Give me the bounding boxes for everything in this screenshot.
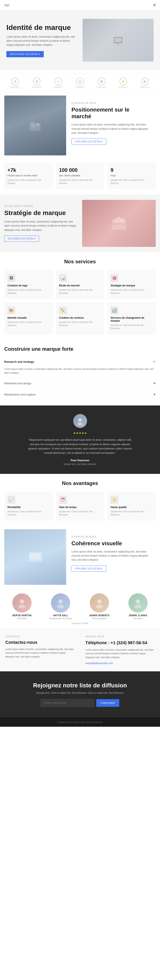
advantage-icon-2: ⏰: [59, 496, 67, 504]
testimonial-stars: ★★★★★: [6, 431, 154, 435]
team-name-1: BERTIE NORTON: [4, 614, 40, 617]
accordion-plus-icon-2: +: [153, 381, 156, 386]
accordion-label-1: Research and strategy: [4, 360, 34, 363]
icon-item-1[interactable]: ⊙ CONTACT: [10, 78, 20, 88]
advantage-card-3: ⭐ Haute qualité Sample text. Click to se…: [107, 492, 156, 521]
team-avatar-2: [51, 593, 70, 612]
testimonial-name: Paul Swanson: [6, 459, 154, 462]
image-credit: Image de Freepik: [4, 622, 156, 625]
laptop-image-icon: [27, 550, 44, 563]
stat-card-3: 9 Pays Sample text. Click to select the …: [107, 163, 156, 189]
about-cta-button[interactable]: EXPLOREZ LES DÉTAILS: [71, 138, 106, 145]
team-avatar-1: [13, 593, 32, 612]
services-title: Nos services: [4, 259, 156, 265]
team-role-1: Secrétaire: [4, 617, 40, 620]
stat-label-1: Projets dans le monde entier: [8, 174, 49, 177]
icon-item-6[interactable]: ⚡ CONTACT: [119, 78, 128, 88]
stat-label-2: Des clients satisfaits: [59, 174, 101, 177]
icon-item-5[interactable]: ⊞ CONTACT: [97, 78, 106, 88]
icon-label-7: CONTACT: [140, 86, 150, 88]
accordion-plus-icon-3: +: [153, 392, 156, 397]
contact-section: CONTACTEZ Contactez-nous Lorem ipsum dol…: [0, 629, 160, 671]
testimonial-text: "Neque porro quisquam est, qui dolore ip…: [27, 438, 133, 455]
contact-icon-5: ⊞: [98, 78, 105, 85]
visual-section: À PROPOS DE NOUS Cohérence visuelle Lore…: [4, 529, 156, 585]
stat-label-3: Pays: [111, 174, 152, 177]
advantages-section: Nos avantages 📈 Rentabilité Sample text.…: [0, 474, 160, 527]
svg-point-20: [97, 599, 101, 604]
service-card-6: 🔄 Services de changement de marque Sampl…: [107, 302, 156, 334]
advantage-desc-3: Sample text. Click to select the Text El…: [111, 510, 152, 516]
service-icon-1: 🖼: [8, 274, 15, 282]
newsletter-title: Rejoignez notre liste de diffusion: [6, 682, 154, 689]
strategy-content: CE QUE NOUS FAISONS Stratégie de marque …: [4, 205, 78, 242]
contact-title-1: Contactez-nous: [5, 640, 74, 645]
accordion-item-3[interactable]: Maintenance and support +: [4, 389, 156, 400]
person-icon-3: [94, 598, 105, 608]
advantage-card-1: 📈 Rentabilité Sample text. Click to sele…: [4, 492, 53, 521]
newsletter-subscribe-button[interactable]: S'ABONNER: [96, 699, 119, 707]
icon-item-3[interactable]: ✓ CONTACT: [54, 78, 63, 88]
hero-description: Lorem ipsum dolor sit amet, consectetur …: [6, 35, 78, 47]
strategy-description: Lorem ipsum dolor sit amet, consectetur …: [4, 220, 78, 232]
icon-item-2[interactable]: ⊡ CONTACT: [32, 78, 41, 88]
icons-row: ⊙ CONTACT ⊡ CONTACT ✓ CONTACT ◎ CONTACT …: [0, 73, 160, 92]
stat-desc-2: Sample text. Click to select the Text El…: [59, 178, 101, 185]
build-section: Construire une marque forte Research and…: [0, 341, 160, 406]
hero-cta-button[interactable]: DÉCOUVREZ LES DÉTAILS: [6, 51, 44, 57]
service-icon-4: 🎨: [8, 307, 15, 314]
advantage-title-2: Gain de temps: [59, 506, 101, 509]
avatar-person-icon: [76, 417, 84, 425]
person-icon-1: [17, 598, 27, 608]
contact-icon-6: ⚡: [119, 78, 127, 85]
svg-point-16: [20, 599, 24, 604]
hero-title: Identité de marque: [6, 23, 78, 32]
stat-card-2: 100 000 Des clients satisfaits Sample te…: [56, 163, 104, 189]
visual-image: [4, 529, 66, 585]
contact-icon-3: ✓: [55, 78, 62, 85]
contact-desc-1: Lorem ipsum dolor sit amet, consectetur …: [5, 648, 74, 659]
svg-point-11: [78, 418, 82, 422]
svg-rect-15: [28, 560, 43, 562]
service-desc-6: Sample text. Click to select the Text El…: [111, 324, 152, 330]
about-label: À PROPOS DE NOUS: [71, 102, 150, 104]
contact-col-2: APPELEZ NOUS Téléphone : +1 (324) 987-56…: [80, 629, 160, 671]
service-icon-3: 🎯: [111, 274, 118, 282]
svg-point-17: [19, 605, 25, 608]
service-desc-4: Sample text. Click to select the Text El…: [8, 321, 49, 327]
strategy-cta-button[interactable]: EXPLOREZ LES DÉTAILS: [4, 235, 39, 242]
service-desc-3: Sample text. Click to select the Text El…: [111, 288, 152, 295]
visual-content: À PROPOS DE NOUS Cohérence visuelle Lore…: [66, 529, 156, 585]
visual-description: Lorem ipsum dolor sit amet, consectetur …: [71, 550, 150, 562]
service-icon-2: 📊: [59, 274, 67, 282]
hero-content: Identité de marque Lorem ipsum dolor sit…: [6, 23, 78, 57]
testimonial-section: ★★★★★ "Neque porro quisquam est, qui dol…: [0, 406, 160, 474]
stats-section: +7k Projets dans le monde entier Sample …: [0, 158, 160, 194]
hero-section: Identité de marque Lorem ipsum dolor sit…: [0, 10, 160, 70]
icon-label-3: CONTACT: [54, 86, 63, 88]
header: logo ≡: [0, 0, 160, 10]
visual-cta-button[interactable]: EXPLOREZ LES DÉTAILS: [71, 566, 106, 572]
accordion-item-1[interactable]: Research and strategy − Lorem ipsum dolo…: [4, 356, 156, 378]
about-section: À PROPOS DE NOUS Positionnement sur le m…: [4, 95, 156, 155]
svg-point-12: [77, 422, 83, 425]
testimonial-role: Sample text, sed diam voluptus.: [6, 463, 154, 465]
service-icon-5: ✏️: [59, 307, 67, 314]
svg-point-6: [36, 123, 40, 126]
service-title-4: Identité visuelle: [8, 317, 49, 319]
icon-label-5: CONTACT: [97, 86, 106, 88]
accordion-item-2[interactable]: Wireframe and design +: [4, 378, 156, 389]
icon-item-4[interactable]: ◎ CONTACT: [75, 78, 85, 88]
accordion-label-2: Wireframe and design: [4, 382, 32, 385]
svg-rect-5: [31, 121, 35, 127]
person-icon-2: [55, 598, 66, 608]
contact-email[interactable]: example@example.com: [86, 662, 113, 665]
stat-card-1: +7k Projets dans le monde entier Sample …: [4, 163, 53, 189]
menu-icon[interactable]: ≡: [153, 3, 156, 8]
contact-icon-2: ⊡: [33, 78, 41, 85]
stat-desc-1: Sample text. Click to select the Text El…: [8, 178, 49, 185]
icon-item-7[interactable]: ⊟ CONTACT: [140, 78, 150, 88]
stat-number-2: 100 000: [59, 167, 101, 173]
newsletter-input[interactable]: [41, 699, 94, 707]
accordion-desc-1: Lorem ipsum dolor sit amet, consectetur …: [4, 367, 156, 378]
